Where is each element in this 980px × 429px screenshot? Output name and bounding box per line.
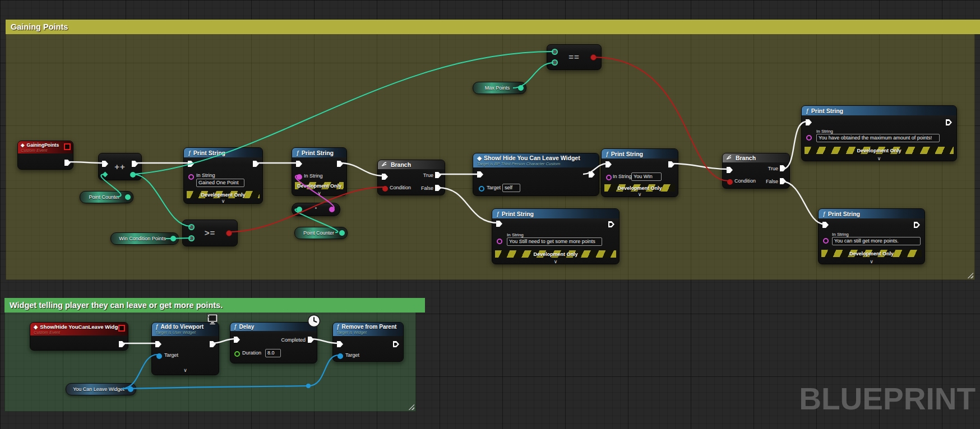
var-label: Point Counter [303, 230, 334, 236]
node-print-string-5[interactable]: ƒPrint String In String You can still ge… [818, 208, 925, 264]
completed-exec-out-pin[interactable] [308, 337, 314, 343]
node-to-string-conversion[interactable]: • [292, 203, 340, 216]
exec-in-pin[interactable] [496, 221, 502, 227]
target-label: Target [345, 352, 359, 358]
bool-out-pin[interactable] [590, 54, 597, 60]
target-in-pin[interactable] [338, 353, 343, 359]
node-print-string-4[interactable]: ƒPrint String In String You have obtaine… [801, 105, 957, 161]
chevron-down-icon[interactable]: ∨ [802, 156, 956, 161]
condition-in-pin[interactable] [727, 179, 733, 185]
exec-in-pin[interactable] [296, 161, 302, 167]
target-in-pin[interactable] [479, 186, 484, 192]
int-out-pin[interactable] [130, 172, 136, 178]
exec-out-pin[interactable] [946, 119, 952, 125]
blueprint-graph-canvas[interactable]: BLUEPRINT Gaining Points Widget telling … [0, 0, 980, 429]
exec-out-pin[interactable] [608, 221, 614, 227]
function-icon: ƒ [188, 150, 191, 156]
exec-in-pin[interactable] [727, 167, 733, 173]
string-out-pin[interactable] [329, 207, 335, 212]
exec-in-pin[interactable] [822, 222, 829, 228]
comment-widget-header[interactable]: Widget telling player they can leave or … [4, 298, 425, 313]
node-subtitle: Target is User Widget [155, 330, 215, 335]
chevron-down-icon[interactable]: ∨ [492, 259, 619, 264]
var-you-can-leave-widget[interactable]: You Can Leave Widget [66, 383, 136, 395]
int-out-pin[interactable] [170, 236, 176, 241]
in-string-value[interactable]: You WIn [631, 172, 662, 181]
target-in-pin[interactable] [156, 353, 162, 359]
exec-in-pin[interactable] [188, 161, 194, 167]
exec-in-pin[interactable] [155, 341, 161, 347]
exec-in-pin[interactable] [382, 174, 388, 180]
true-exec-out-pin[interactable] [435, 172, 441, 178]
exec-in-pin[interactable] [605, 161, 612, 167]
node-print-string-3[interactable]: ƒPrint String In String You WIn Developm… [601, 148, 678, 197]
exec-out-pin[interactable] [914, 222, 920, 228]
chevron-down-icon[interactable]: ∨ [184, 199, 262, 204]
false-exec-out-pin[interactable] [435, 185, 441, 191]
node-remove-from-parent[interactable]: ƒRemove from Parent Target is Widget Tar… [332, 322, 404, 362]
object-out-pin[interactable] [128, 386, 133, 392]
chevron-down-icon[interactable]: ∨ [292, 191, 346, 196]
exec-out-pin[interactable] [337, 161, 343, 167]
true-label: True [768, 166, 778, 171]
chevron-down-icon[interactable]: ∨ [602, 192, 678, 197]
node-show-hide-call[interactable]: ◈Show/ Hide You Can Leave Widget Target … [473, 153, 599, 196]
target-value[interactable]: self [502, 184, 520, 192]
true-exec-out-pin[interactable] [780, 165, 786, 171]
bool-out-pin[interactable] [226, 230, 232, 236]
node-equal[interactable]: == [547, 44, 602, 70]
in-string-value[interactable]: You Still need to get some more points [507, 237, 602, 246]
duration-in-pin[interactable] [234, 351, 240, 357]
node-showhide-widget-event[interactable]: ◈Show/Hide YouCanLeave Widget Custom Eve… [30, 322, 128, 351]
string-in-pin[interactable] [806, 135, 812, 141]
exec-out-pin[interactable] [253, 161, 259, 167]
node-branch-2[interactable]: Branch Condition True False [722, 153, 790, 189]
string-in-pin[interactable] [606, 175, 612, 180]
exec-out-pin[interactable] [64, 160, 71, 166]
function-icon: ƒ [496, 211, 500, 217]
string-in-pin[interactable] [188, 174, 194, 180]
node-title: Branch [391, 161, 411, 168]
node-greater-equal[interactable]: >= [182, 220, 238, 246]
var-max-points[interactable]: Max Points [473, 82, 526, 94]
node-increment-int[interactable]: ++ [98, 153, 142, 180]
exec-out-pin[interactable] [393, 341, 399, 347]
string-in-pin[interactable] [497, 239, 502, 244]
exec-out-pin[interactable] [668, 161, 674, 167]
var-point-counter-2[interactable]: Point Counter [294, 227, 348, 239]
completed-label: Completed [281, 337, 306, 343]
string-in-pin[interactable] [297, 174, 302, 180]
int-out-pin[interactable] [125, 194, 131, 200]
node-print-string-2[interactable]: ƒPrint String In String Development Only… [292, 147, 347, 196]
exec-in-pin[interactable] [477, 171, 483, 178]
duration-value[interactable]: 8.0 [265, 349, 281, 357]
node-delay[interactable]: ƒDelay Completed Duration 8.0 [230, 322, 317, 363]
var-point-counter-1[interactable]: Point Counter [80, 191, 133, 203]
comment-gaining-points-header[interactable]: Gaining Points [6, 20, 980, 34]
chevron-down-icon[interactable]: ∨ [152, 368, 219, 373]
in-string-label: In String [304, 173, 323, 179]
in-string-value[interactable]: Gained One Point [196, 179, 244, 187]
node-print-string-1[interactable]: ƒPrint String In String Gained One Point… [183, 147, 263, 204]
node-gaining-points-event[interactable]: ◈GainingPoints Custom Event [17, 141, 73, 170]
exec-in-pin[interactable] [234, 337, 240, 343]
chevron-down-icon[interactable]: ∨ [819, 259, 924, 264]
int-out-pin[interactable] [339, 230, 345, 236]
false-exec-out-pin[interactable] [780, 178, 786, 184]
in-string-value[interactable]: You can still get more points. [832, 237, 921, 245]
exec-out-pin[interactable] [589, 171, 595, 178]
node-branch-1[interactable]: Branch Condition True False [377, 160, 445, 195]
exec-out-pin[interactable] [210, 341, 216, 347]
condition-in-pin[interactable] [382, 186, 388, 192]
exec-in-pin[interactable] [806, 119, 812, 125]
var-win-condition-points[interactable]: Win Condition Points [110, 232, 179, 245]
int-out-pin[interactable] [518, 85, 524, 91]
string-in-pin[interactable] [823, 238, 829, 244]
node-print-string-mid[interactable]: ƒPrint String In String You Still need t… [492, 208, 620, 264]
var-label: Point Counter [89, 194, 119, 200]
int-ref-in-pin[interactable] [103, 172, 108, 178]
in-string-value[interactable]: You have obtained the maximum amount of … [816, 134, 940, 142]
node-add-to-viewport[interactable]: ƒAdd to Viewport Target is User Widget T… [151, 322, 219, 375]
exec-out-pin[interactable] [119, 341, 125, 347]
exec-in-pin[interactable] [337, 341, 343, 347]
